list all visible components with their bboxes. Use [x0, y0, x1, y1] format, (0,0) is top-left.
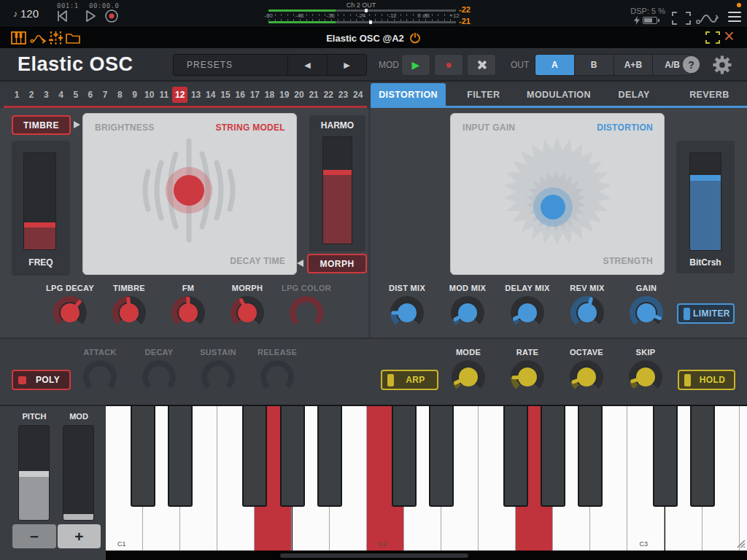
voice-count-19[interactable]: 19	[278, 87, 291, 103]
timbre-button[interactable]: TIMBRE	[12, 115, 71, 135]
voice-count-15[interactable]: 15	[219, 87, 232, 103]
voice-count-8[interactable]: 8	[113, 87, 126, 103]
expand-icon[interactable]	[705, 31, 720, 44]
knob-mode[interactable]: MODE	[438, 348, 499, 394]
voice-count-7[interactable]: 7	[98, 87, 112, 103]
knob-skip[interactable]: SKIP	[615, 348, 676, 394]
voice-count-11[interactable]: 11	[158, 87, 171, 103]
folder-icon[interactable]	[66, 32, 80, 44]
tab-modulation[interactable]: MODULATION	[521, 83, 596, 106]
help-button[interactable]: ?	[683, 56, 700, 73]
xy-cursor[interactable]	[174, 175, 204, 206]
black-key-Ds1[interactable]	[168, 406, 193, 507]
voice-count-22[interactable]: 22	[322, 87, 335, 103]
black-key-Cs1[interactable]	[131, 406, 155, 507]
black-key-As2[interactable]	[578, 406, 603, 507]
limiter-button[interactable]: LIMITER	[677, 303, 735, 324]
knob-delay-mix[interactable]: DELAY MIX	[497, 284, 558, 330]
menu-icon[interactable]	[728, 12, 741, 25]
mixer-icon[interactable]	[49, 31, 63, 44]
mod-clear-button[interactable]	[467, 54, 496, 76]
voice-count-2[interactable]: 2	[25, 87, 38, 103]
poly-button[interactable]: POLY	[12, 370, 71, 390]
voice-count-18[interactable]: 18	[263, 87, 276, 103]
octave-down-button[interactable]: −	[12, 524, 56, 548]
morph-button[interactable]: MORPH	[307, 254, 367, 273]
black-key-Ds2[interactable]	[429, 406, 454, 507]
knob-octave[interactable]: OCTAVE	[556, 348, 617, 394]
octave-up-button[interactable]: +	[58, 524, 101, 548]
black-key-Cs2[interactable]	[392, 406, 417, 507]
hold-button[interactable]: HOLD	[678, 370, 735, 390]
voice-count-4[interactable]: 4	[55, 87, 68, 103]
black-key-Fs2[interactable]	[503, 406, 528, 507]
harmo-slider[interactable]	[322, 136, 352, 244]
voice-count-24[interactable]: 24	[352, 87, 365, 103]
mod-play-button[interactable]: ▶	[401, 54, 430, 76]
black-key-Gs2[interactable]	[541, 406, 565, 507]
tempo-display[interactable]: ♪ 120	[13, 7, 39, 20]
resize-grip-icon[interactable]	[734, 537, 746, 548]
black-key-Fs1[interactable]	[242, 406, 267, 507]
preset-next-button[interactable]: ▶	[327, 55, 366, 75]
knob-mod-mix[interactable]: MOD MIX	[437, 284, 498, 330]
play-button[interactable]	[82, 9, 98, 23]
voice-count-13[interactable]: 13	[190, 87, 203, 103]
knob-dist-mix[interactable]: DIST MIX	[376, 284, 438, 330]
mod-record-button[interactable]: ●	[434, 54, 463, 76]
voice-count-3[interactable]: 3	[39, 87, 53, 103]
keyboard-icon[interactable]	[11, 31, 26, 44]
pitch-wheel[interactable]	[18, 425, 50, 521]
voice-count-6[interactable]: 6	[84, 87, 97, 103]
knob-rate[interactable]: RATE	[497, 348, 558, 394]
tab-distortion[interactable]: DISTORTION	[371, 83, 446, 106]
freq-slider[interactable]	[23, 152, 56, 250]
tab-reverb[interactable]: REVERB	[672, 83, 747, 106]
out-option-b[interactable]: B	[574, 55, 614, 75]
close-icon[interactable]: ×	[724, 26, 735, 46]
power-icon[interactable]	[409, 32, 421, 44]
bitcrush-slider[interactable]	[689, 152, 721, 251]
xy-cursor[interactable]	[541, 195, 565, 219]
voice-count-9[interactable]: 9	[128, 87, 142, 103]
preset-prev-button[interactable]: ◀	[287, 55, 327, 75]
osc-xy-pad[interactable]: BRIGHTNESS STRING MODEL DECAY TIME	[82, 113, 297, 275]
record-button[interactable]	[104, 9, 120, 23]
knob-morph[interactable]: MORPH	[217, 284, 278, 330]
tab-delay[interactable]: DELAY	[597, 83, 672, 106]
rewind-button[interactable]	[54, 9, 70, 23]
knob-rev-mix[interactable]: REV MIX	[557, 284, 618, 330]
voice-count-14[interactable]: 14	[204, 87, 217, 103]
fx-xy-pad[interactable]: INPUT GAIN DISTORTION STRENGTH	[450, 113, 665, 275]
voice-count-1[interactable]: 1	[10, 87, 23, 103]
black-key-Gs1[interactable]	[280, 406, 305, 507]
knob-gain[interactable]: GAIN	[616, 284, 677, 330]
fullscreen-icon[interactable]	[672, 12, 691, 25]
settings-gear-icon[interactable]	[711, 54, 733, 76]
white-key-F3[interactable]	[740, 406, 747, 551]
knob-fm[interactable]: FM	[158, 284, 219, 330]
voice-count-20[interactable]: 20	[293, 87, 306, 103]
signal-flow-icon[interactable]	[30, 33, 47, 44]
knob-lpg-decay[interactable]: LPG DECAY	[39, 284, 101, 330]
black-key-Ds3[interactable]	[690, 406, 715, 507]
voice-count-21[interactable]: 21	[307, 87, 320, 103]
presets-selector[interactable]: PRESETS ◀ ▶	[173, 54, 367, 76]
out-option-a[interactable]: A	[535, 55, 574, 75]
tab-filter[interactable]: FILTER	[446, 83, 521, 106]
voice-count-23[interactable]: 23	[336, 87, 349, 103]
mod-wheel[interactable]	[63, 425, 94, 521]
piano-keyboard[interactable]: C1C2C3	[106, 405, 747, 560]
knob-timbre[interactable]: TIMBRE	[98, 284, 160, 330]
keyboard-scrollbar[interactable]	[280, 553, 468, 558]
voice-count-16[interactable]: 16	[233, 87, 247, 103]
black-key-As1[interactable]	[317, 406, 342, 507]
arp-button[interactable]: ARP	[381, 370, 438, 390]
voice-count-17[interactable]: 17	[248, 87, 261, 103]
out-option-ab[interactable]: A+B	[614, 55, 653, 75]
routing-icon[interactable]	[695, 10, 719, 26]
black-key-Cs3[interactable]	[653, 406, 678, 507]
voice-count-5[interactable]: 5	[69, 87, 82, 103]
voice-count-12[interactable]: 12	[172, 87, 187, 103]
voice-count-10[interactable]: 10	[143, 87, 156, 103]
